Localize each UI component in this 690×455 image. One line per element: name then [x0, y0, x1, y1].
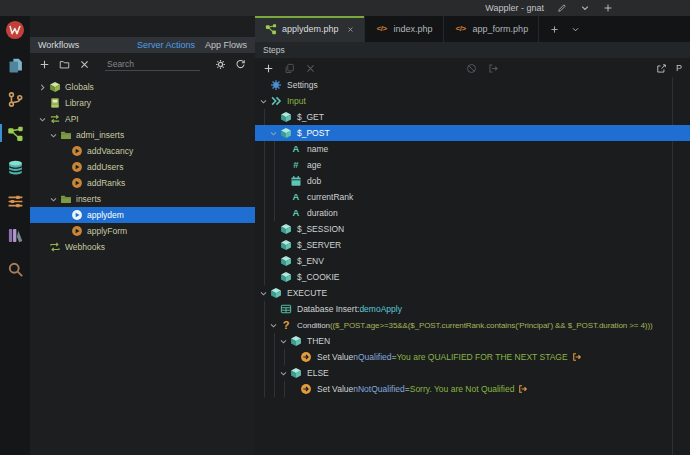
add-action-icon[interactable]	[39, 59, 50, 70]
chevron-down-icon[interactable]	[279, 337, 290, 346]
play-icon	[71, 161, 83, 173]
chevron-down-icon[interactable]	[259, 97, 270, 106]
typeDate-icon	[290, 175, 302, 187]
disable-step-icon[interactable]	[466, 63, 477, 74]
step-text: Input	[287, 96, 306, 106]
copy-step-icon[interactable]	[284, 63, 295, 74]
step-row-set-value[interactable]: Set Value nQualified = You are QUALIFIED…	[255, 349, 690, 365]
new-window-plus-icon[interactable]	[603, 3, 613, 13]
code-file-icon: </>	[454, 25, 468, 33]
step-row-else[interactable]: ELSE	[255, 365, 690, 381]
workflow-item-webhooks[interactable]: Webhooks	[30, 239, 255, 255]
sidebar-item-find[interactable]	[0, 258, 30, 280]
step-row-env[interactable]: $_ENV	[255, 253, 690, 269]
sidebar-item-git[interactable]	[0, 88, 30, 110]
step-row-age[interactable]: #age	[255, 157, 690, 173]
step-row-post[interactable]: $_POST	[255, 125, 690, 141]
run-output-icon[interactable]	[488, 63, 499, 74]
sidebar-item-database[interactable]	[0, 156, 30, 178]
chevron-down-icon[interactable]	[279, 369, 290, 378]
chevron-down-icon[interactable]	[49, 131, 60, 140]
workflow-item-api[interactable]: API	[30, 111, 255, 127]
workflow-item-addvacancy[interactable]: addVacancy	[30, 143, 255, 159]
step-row-condition[interactable]: ?Condition (($_POST.age>=35&&($_POST.cur…	[255, 317, 690, 333]
workflow-item-label: Globals	[65, 82, 94, 92]
api-icon	[49, 113, 61, 125]
tab-list-chevron-icon[interactable]	[571, 25, 580, 34]
workflow-item-admi-inserts[interactable]: admi_inserts	[30, 127, 255, 143]
workflow-item-addranks[interactable]: addRanks	[30, 175, 255, 191]
delete-step-icon[interactable]	[305, 63, 316, 74]
step-text: You are QUALIFIED FOR THE NEXT STAGE	[396, 352, 567, 362]
step-row-dob[interactable]: dob	[255, 173, 690, 189]
tab-index-php[interactable]: </>index.php	[364, 16, 443, 42]
typeText-icon: A	[290, 208, 302, 218]
workflow-item-applydem[interactable]: applydem	[30, 207, 255, 223]
step-row-name[interactable]: Aname	[255, 141, 690, 157]
gear-icon[interactable]	[215, 59, 226, 70]
workflow-item-addusers[interactable]: addUsers	[30, 159, 255, 175]
workflow-item-library[interactable]: Library	[30, 95, 255, 111]
tab-label: app_form.php	[473, 24, 529, 34]
design-icon	[7, 227, 24, 244]
mode-tab-app-flows[interactable]: App Flows	[205, 40, 247, 50]
step-row-settings[interactable]: Settings	[255, 77, 690, 93]
chevron-right-icon[interactable]	[38, 83, 49, 92]
step-row-get[interactable]: $_GET	[255, 109, 690, 125]
sidebar-item-workflows[interactable]	[0, 122, 30, 144]
chevron-down-icon[interactable]	[38, 115, 49, 124]
cubeGreen-icon	[49, 81, 61, 93]
chevron-down-icon[interactable]	[580, 3, 590, 13]
workflow-item-label: Library	[65, 98, 91, 108]
sidebar-item-pages[interactable]	[0, 54, 30, 76]
typeNum-icon: #	[290, 160, 302, 170]
workflow-item-label: addUsers	[87, 162, 123, 172]
workflow-item-applyform[interactable]: applyForm	[30, 223, 255, 239]
chevron-down-icon[interactable]	[259, 289, 270, 298]
tab-label: applydem.php	[282, 24, 339, 34]
workflow-item-globals[interactable]: Globals	[30, 79, 255, 95]
sidebar-item-design[interactable]	[0, 224, 30, 246]
question-icon: ?	[280, 320, 292, 331]
chevron-down-icon[interactable]	[269, 321, 280, 330]
typeText-icon: A	[290, 192, 302, 202]
tab-applydem-php[interactable]: applydem.php	[255, 16, 364, 42]
sidebar-item-wappler-logo[interactable]	[0, 18, 30, 42]
export-icon[interactable]	[656, 63, 667, 74]
step-row-duration[interactable]: Aduration	[255, 205, 690, 221]
chevron-down-icon[interactable]	[269, 129, 280, 138]
editor-area: applydem.php</>index.php</>app_form.php …	[255, 16, 690, 455]
step-row-input[interactable]: Input	[255, 93, 690, 109]
cube-icon	[280, 255, 292, 267]
step-row-session[interactable]: $_SESSION	[255, 221, 690, 237]
refresh-icon[interactable]	[235, 59, 246, 70]
step-row-execute[interactable]: EXECUTE	[255, 285, 690, 301]
inputChev-icon	[270, 95, 282, 107]
step-row-database-insert[interactable]: Database Insert: demoApply	[255, 301, 690, 317]
step-text: duration	[307, 208, 338, 218]
search-input[interactable]	[105, 58, 200, 71]
wappler-logo-icon	[5, 20, 25, 40]
tab-app-form-php[interactable]: </>app_form.php	[443, 16, 539, 42]
new-tab-plus-icon[interactable]	[550, 25, 559, 34]
step-text: Sorry. You are Not Qualified	[410, 384, 515, 394]
workflow-item-label: addVacancy	[87, 146, 133, 156]
chevron-down-icon[interactable]	[49, 195, 60, 204]
step-row-then[interactable]: THEN	[255, 333, 690, 349]
cube-icon	[270, 287, 282, 299]
add-step-icon[interactable]	[263, 63, 274, 74]
step-row-cookie[interactable]: $_COOKIE	[255, 269, 690, 285]
edit-icon[interactable]	[557, 3, 567, 13]
step-row-currentrank[interactable]: AcurrentRank	[255, 189, 690, 205]
mode-tab-server-actions[interactable]: Server Actions	[137, 40, 195, 50]
step-row-server[interactable]: $_SERVER	[255, 237, 690, 253]
delete-icon[interactable]	[79, 59, 90, 70]
close-tab-icon[interactable]	[347, 26, 354, 33]
step-row-set-value[interactable]: Set Value nNotQualified = Sorry. You are…	[255, 381, 690, 397]
sidebar-item-styles[interactable]	[0, 190, 30, 212]
add-folder-icon[interactable]	[59, 59, 70, 70]
workflow-item-label: applydem	[87, 210, 124, 220]
output-icon	[572, 352, 582, 362]
setvalue-icon	[300, 383, 312, 395]
workflow-item-inserts[interactable]: inserts	[30, 191, 255, 207]
